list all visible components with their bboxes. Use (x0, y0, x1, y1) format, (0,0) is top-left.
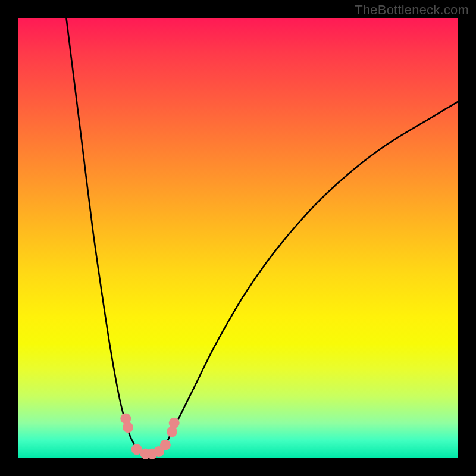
marker-dot (123, 422, 133, 433)
marker-group (120, 413, 179, 459)
bottleneck-curve (66, 18, 458, 456)
plot-area (18, 18, 458, 458)
chart-svg (18, 18, 458, 458)
curve-group (66, 18, 458, 456)
marker-dot (169, 418, 180, 428)
marker-dot (160, 440, 171, 450)
chart-frame: TheBottleneck.com (0, 0, 476, 476)
watermark-text: TheBottleneck.com (355, 2, 469, 18)
